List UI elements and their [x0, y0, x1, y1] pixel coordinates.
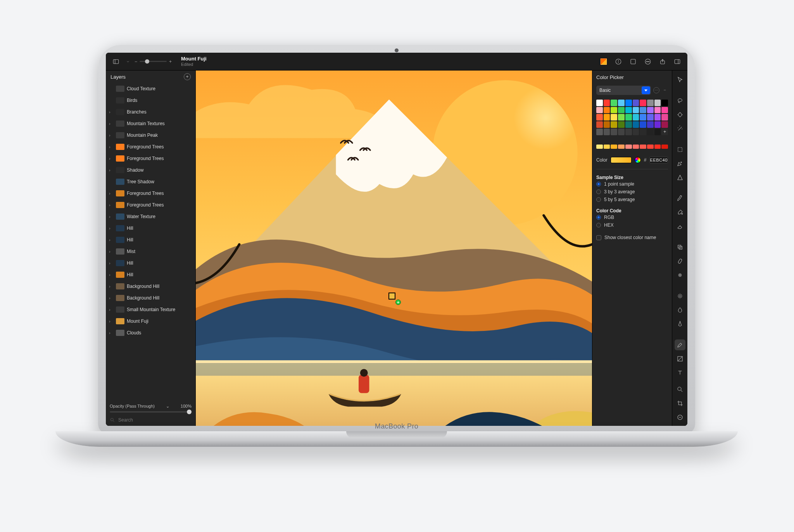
- layer-row[interactable]: › Foreground Trees: [106, 188, 195, 199]
- palette-swatch[interactable]: [661, 114, 668, 121]
- palette-swatch[interactable]: [633, 107, 639, 114]
- add-layer-button[interactable]: +: [184, 73, 191, 80]
- palette-swatch[interactable]: [618, 121, 625, 128]
- palette-swatch[interactable]: [604, 114, 610, 121]
- palette-swatch[interactable]: [596, 129, 603, 135]
- layer-row[interactable]: › Foreground Trees: [106, 141, 195, 153]
- heal-tool[interactable]: [675, 256, 685, 267]
- palette-swatch[interactable]: [611, 121, 617, 128]
- layer-row[interactable]: › Foreground Trees: [106, 199, 195, 211]
- palette-swatch[interactable]: [596, 121, 603, 128]
- color-code-option[interactable]: HEX: [596, 221, 668, 229]
- type-tool[interactable]: [675, 367, 685, 378]
- color-swatches-button[interactable]: [598, 56, 609, 67]
- palette-swatch[interactable]: [654, 107, 661, 114]
- palette-swatch[interactable]: [633, 114, 639, 121]
- layer-row[interactable]: › Hill: [106, 234, 195, 246]
- layer-row[interactable]: › Background Hill: [106, 292, 195, 304]
- palette-swatch[interactable]: [640, 114, 646, 121]
- layer-row[interactable]: › Shadow: [106, 164, 195, 176]
- zoom-in-icon[interactable]: +: [169, 59, 172, 64]
- gradient-tool[interactable]: [675, 353, 685, 364]
- palette-swatch[interactable]: [640, 107, 646, 114]
- current-color-well[interactable]: [611, 157, 632, 163]
- hue-swatch[interactable]: [654, 145, 661, 149]
- layer-row[interactable]: › Branches: [106, 106, 195, 118]
- palette-swatch[interactable]: [625, 107, 632, 114]
- search-input[interactable]: [117, 417, 192, 423]
- eraser-tool[interactable]: [675, 221, 685, 232]
- palette-swatch[interactable]: [647, 107, 654, 114]
- chevron-down-icon[interactable]: [125, 56, 131, 67]
- palette-swatch[interactable]: [654, 114, 661, 121]
- color-wheel-icon[interactable]: [635, 157, 641, 163]
- hue-swatch[interactable]: [596, 145, 603, 149]
- palette-select[interactable]: Basic: [596, 86, 651, 95]
- palette-swatch[interactable]: [661, 121, 668, 128]
- layer-row[interactable]: › Mist: [106, 246, 195, 257]
- layer-row[interactable]: Tree Shadow: [106, 176, 195, 188]
- canvas[interactable]: +: [196, 71, 592, 426]
- palette-swatch[interactable]: [647, 129, 654, 135]
- palette-swatch[interactable]: [618, 129, 625, 135]
- palette-swatch[interactable]: [633, 129, 639, 135]
- palette-swatch[interactable]: [596, 114, 603, 121]
- palette-swatch[interactable]: [618, 107, 625, 114]
- canvas-size-button[interactable]: [628, 56, 639, 67]
- shape-tool[interactable]: [675, 172, 685, 183]
- palette-swatch[interactable]: [618, 114, 625, 121]
- palette-swatch[interactable]: [604, 129, 610, 135]
- dodge-tool[interactable]: [675, 291, 685, 301]
- palette-remove-button[interactable]: −: [662, 87, 668, 93]
- hue-row[interactable]: [596, 145, 668, 149]
- layer-row[interactable]: › Mount Fuji: [106, 315, 195, 327]
- marquee-tool[interactable]: [675, 144, 685, 155]
- palette-swatch[interactable]: [647, 100, 654, 106]
- info-button[interactable]: [613, 56, 624, 67]
- layer-row[interactable]: › Hill: [106, 257, 195, 269]
- move-tool[interactable]: [675, 74, 685, 85]
- palette-swatch[interactable]: [654, 129, 661, 135]
- sample-size-option[interactable]: 1 point sample: [596, 180, 668, 188]
- palette-swatch[interactable]: [625, 114, 632, 121]
- clone-tool[interactable]: [675, 242, 685, 253]
- layer-row[interactable]: › Water Texture: [106, 211, 195, 222]
- palette-swatch[interactable]: [596, 107, 603, 114]
- palette-swatch[interactable]: [611, 100, 617, 106]
- palette-swatch[interactable]: [640, 121, 646, 128]
- hue-swatch[interactable]: [618, 145, 625, 149]
- palette-swatch[interactable]: [661, 107, 668, 114]
- more-button[interactable]: [642, 56, 653, 67]
- layer-row[interactable]: › Mountain Peak: [106, 129, 195, 141]
- palette-swatch[interactable]: [661, 100, 668, 106]
- inspector-toggle-button[interactable]: [672, 56, 683, 67]
- palette-swatch[interactable]: [611, 107, 617, 114]
- hue-swatch[interactable]: [604, 145, 610, 149]
- palette-swatch[interactable]: [604, 107, 610, 114]
- sample-size-option[interactable]: 5 by 5 average: [596, 196, 668, 203]
- palette-options-button[interactable]: ⋯: [653, 87, 659, 93]
- palette-swatch[interactable]: [654, 121, 661, 128]
- layer-search[interactable]: [106, 414, 195, 426]
- hue-swatch[interactable]: [640, 145, 646, 149]
- smudge-tool[interactable]: [675, 270, 685, 281]
- collapse-rail-button[interactable]: [675, 412, 685, 423]
- palette-swatch[interactable]: [625, 100, 632, 106]
- quick-select-tool[interactable]: [675, 109, 685, 120]
- layer-row[interactable]: Cloud Texture: [106, 83, 195, 95]
- palette-swatch[interactable]: [625, 129, 632, 135]
- palette-swatch[interactable]: [647, 114, 654, 121]
- hex-input[interactable]: EEBC40: [649, 157, 668, 164]
- zoom-tool[interactable]: [675, 384, 685, 395]
- palette-swatch[interactable]: [640, 129, 646, 135]
- palette-swatch[interactable]: [611, 129, 617, 135]
- palette-swatch[interactable]: [611, 114, 617, 121]
- eyedropper-tool[interactable]: [675, 339, 685, 350]
- sharpen-tool[interactable]: [675, 319, 685, 329]
- palette-swatch[interactable]: [596, 100, 603, 106]
- layer-row[interactable]: › Hill: [106, 269, 195, 281]
- layer-row[interactable]: › Clouds: [106, 327, 195, 339]
- hue-swatch[interactable]: [633, 145, 639, 149]
- palette-swatch[interactable]: [604, 100, 610, 106]
- sample-size-option[interactable]: 3 by 3 average: [596, 188, 668, 196]
